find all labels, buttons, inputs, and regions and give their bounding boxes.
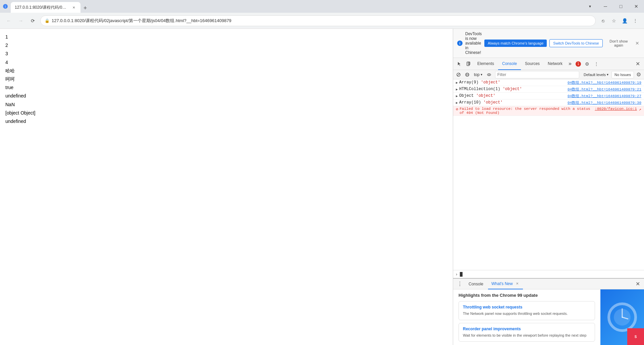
- clear-icon: [456, 72, 461, 77]
- line-object: [object Object]: [5, 109, 447, 117]
- devtools-notification: i DevTools is now available in Chinese! …: [453, 29, 644, 58]
- menu-button[interactable]: ⋮: [631, 16, 640, 25]
- tab-more-button[interactable]: »: [567, 58, 574, 70]
- expand-arrow-icon[interactable]: ▶: [456, 87, 458, 91]
- whats-new-image-area: S: [600, 289, 644, 345]
- default-levels-dropdown[interactable]: Default levels ▾: [581, 71, 611, 78]
- main-area: 1 2 3 4 哈哈 呵呵 true undefined NaN [object…: [0, 29, 644, 345]
- devtools-close-button[interactable]: ✕: [633, 59, 643, 68]
- tab-sources[interactable]: Sources: [521, 58, 544, 70]
- source-link[interactable]: 04数组.html?__hbt=1646961409879:30: [568, 100, 641, 105]
- close-button[interactable]: ✕: [629, 0, 644, 13]
- card-title-2[interactable]: Recorder panel improvements: [463, 327, 591, 331]
- line-haha: 哈哈: [5, 67, 447, 75]
- line-4: 4: [5, 58, 447, 67]
- always-match-language-button[interactable]: Always match Chrome's language: [484, 40, 547, 47]
- browser-window: i 127.0.0.1:8020/课程代码/02jav... ✕ + ▾ ─ □: [0, 0, 644, 345]
- device-toolbar-button[interactable]: [464, 59, 473, 69]
- chrome-favicon-icon: i: [3, 4, 8, 9]
- no-issues-badge: No Issues: [611, 71, 634, 78]
- console-row: ▶ HTMLCollection(1) 'object' 04数组.html?_…: [453, 86, 644, 93]
- eye-button[interactable]: [485, 71, 493, 79]
- bottom-panel: ⋮ Console What's New ✕ ✕ Highlights from…: [453, 278, 644, 345]
- tab-label: 127.0.0.1:8020/课程代码/02jav...: [15, 5, 68, 10]
- tab-list-button[interactable]: ▾: [582, 0, 598, 13]
- dropdown-arrow-icon: ▾: [481, 73, 482, 76]
- eye-icon: [487, 72, 491, 77]
- preserve-log-button[interactable]: [463, 71, 471, 79]
- card-title-1[interactable]: Throttling web socket requests: [463, 305, 591, 309]
- inspect-element-button[interactable]: [454, 59, 464, 69]
- line-undefined-1: undefined: [5, 92, 447, 100]
- profile-button[interactable]: 👤: [620, 16, 629, 25]
- info-icon: i: [457, 41, 463, 46]
- svg-point-10: [488, 74, 489, 75]
- bottom-panel-content: Highlights from the Chrome 99 update Thr…: [453, 289, 644, 345]
- devtools-settings-button[interactable]: ⚙: [582, 59, 592, 69]
- forward-button[interactable]: →: [16, 16, 25, 25]
- sogou-badge: S: [627, 328, 644, 345]
- context-dropdown[interactable]: top ▾: [472, 71, 484, 78]
- window-controls: ▾ ─ □ ✕: [582, 0, 644, 13]
- cast-button[interactable]: ⎋: [598, 16, 608, 25]
- tab-elements[interactable]: Elements: [473, 58, 498, 70]
- expand-arrow-icon[interactable]: ▶: [456, 93, 458, 98]
- expand-arrow-icon[interactable]: ▶: [456, 80, 458, 85]
- filter-input[interactable]: [495, 71, 579, 78]
- url-text: 127.0.0.0.1:8020/课程代码/02javascript/第一个星期…: [52, 18, 231, 24]
- console-value: Array(10) 'object': [459, 100, 566, 105]
- error-icon: ⊘: [456, 107, 458, 112]
- whats-new-content: Highlights from the Chrome 99 update Thr…: [453, 289, 600, 345]
- minimize-button[interactable]: ─: [598, 0, 613, 13]
- tab-whats-new[interactable]: What's New ✕: [488, 279, 523, 289]
- dont-show-again-button[interactable]: Don't show again: [605, 39, 632, 47]
- console-cursor: [460, 272, 463, 277]
- console-settings-button[interactable]: ⚙: [635, 71, 643, 79]
- console-row: ▶ Array(9) 'object' 04数组.html?__hbt=1646…: [453, 79, 644, 86]
- error-count-badge: 1: [576, 61, 581, 67]
- new-tab-button[interactable]: +: [80, 3, 90, 13]
- error-link-icon: ↗: [639, 107, 641, 112]
- console-value: HTMLCollection(1) 'object': [459, 87, 566, 91]
- page-content: 1 2 3 4 哈哈 呵呵 true undefined NaN [object…: [0, 29, 453, 345]
- drawer-menu-button[interactable]: ⋮: [456, 280, 464, 288]
- source-link[interactable]: 04数组.html?__hbt=1646961409879:27: [568, 93, 641, 98]
- tab-console-drawer[interactable]: Console: [465, 279, 487, 289]
- maximize-button[interactable]: □: [613, 0, 629, 13]
- back-button[interactable]: ←: [4, 16, 13, 25]
- console-input-row: ›: [453, 270, 644, 278]
- tab-console[interactable]: Console: [498, 58, 521, 70]
- expand-arrow-icon[interactable]: ▶: [456, 100, 458, 105]
- chrome-update-graphic: [607, 302, 637, 332]
- preserve-icon: [465, 72, 470, 77]
- sogou-text: S: [635, 335, 637, 339]
- whats-new-close-button[interactable]: ✕: [515, 281, 520, 286]
- notification-close-button[interactable]: ✕: [635, 40, 640, 47]
- device-icon: [466, 61, 471, 67]
- switch-to-chinese-button[interactable]: Switch DevTools to Chinese: [549, 39, 602, 47]
- line-2: 2: [5, 41, 447, 50]
- tab-close-button[interactable]: ✕: [71, 5, 76, 10]
- bottom-panel-close-button[interactable]: ✕: [634, 279, 641, 288]
- url-bar[interactable]: 🔒 127.0.0.0.1:8020/课程代码/02javascript/第一个…: [40, 15, 596, 26]
- console-value: Array(9) 'object': [459, 80, 566, 85]
- error-message: Failed to load resource: the server resp…: [460, 107, 593, 115]
- levels-arrow-icon: ▾: [607, 73, 608, 76]
- devtools-more-options-button[interactable]: ⋮: [592, 59, 601, 69]
- console-main: ▶ Array(9) 'object' 04数组.html?__hbt=1646…: [453, 79, 644, 278]
- source-link[interactable]: 04数组.html?__hbt=1646961409879:21: [568, 87, 641, 92]
- console-error-row: ⊘ Failed to load resource: the server re…: [453, 106, 644, 116]
- line-undefined-2: undefined: [5, 117, 447, 126]
- tab-network[interactable]: Network: [544, 58, 567, 70]
- clear-console-button[interactable]: [454, 71, 463, 79]
- refresh-button[interactable]: ⟳: [28, 16, 38, 25]
- source-link[interactable]: 04数组.html?__hbt=1646961409879:19: [568, 80, 641, 85]
- bookmark-button[interactable]: ☆: [609, 16, 619, 25]
- error-source-link[interactable]: :8020/favicon.ico:1: [595, 107, 637, 111]
- active-tab[interactable]: 127.0.0.1:8020/课程代码/02jav... ✕: [11, 2, 80, 13]
- cursor-icon: [457, 61, 462, 67]
- line-hehe: 呵呵: [5, 75, 447, 83]
- console-prompt-icon: ›: [456, 272, 457, 277]
- bottom-panel-tabs: ⋮ Console What's New ✕ ✕: [453, 279, 644, 289]
- line-1: 1: [5, 33, 447, 41]
